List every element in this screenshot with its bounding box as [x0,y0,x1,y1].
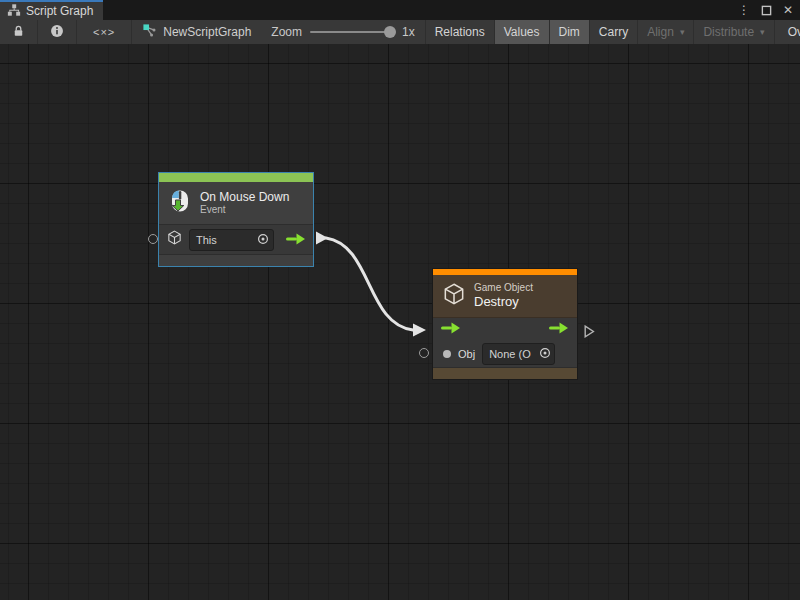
node-footer [433,367,577,379]
node-footer [159,254,313,266]
mouse-down-event-icon [167,188,193,218]
maximize-icon[interactable] [758,2,774,18]
graph-name-breadcrumb[interactable]: NewScriptGraph [132,20,261,44]
info-icon [50,24,64,41]
graph-hierarchy-icon [7,3,21,20]
node-body: This [159,225,313,254]
node-category: Game Object [474,282,533,294]
tab-strip: Script Graph ⋮ ✕ [0,0,800,20]
relations-button[interactable]: Relations [426,20,495,44]
node-subtitle: Event [200,204,289,216]
graph-canvas[interactable]: On Mouse Down Event This [0,44,800,600]
object-picker-icon[interactable] [539,347,551,361]
node-title-block: On Mouse Down Event [200,190,289,216]
code-preview-button[interactable]: <×> [77,20,132,44]
code-preview-icon: <×> [93,26,115,38]
node-body: Obj None (O [433,318,577,367]
node-on-mouse-down[interactable]: On Mouse Down Event This [158,172,314,267]
connection-end-arrow [413,324,426,337]
overview-button[interactable]: Overview [779,20,800,44]
tab-title: Script Graph [26,4,93,18]
script-graph-asset-icon [142,23,157,41]
script-graph-window: Script Graph ⋮ ✕ [0,0,800,600]
lock-icon [12,24,25,41]
chevron-down-icon: ▾ [680,27,685,37]
info-button[interactable] [38,20,77,44]
destroy-trigger-out-connector[interactable] [584,324,595,342]
chevron-down-icon: ▾ [760,27,765,37]
lock-button[interactable] [0,20,38,44]
close-icon[interactable]: ✕ [780,2,796,18]
target-object-field[interactable]: This [189,229,274,251]
target-object-value: This [196,234,217,246]
trigger-output-port[interactable] [286,231,306,249]
values-button[interactable]: Values [495,20,550,44]
trigger-output-port[interactable] [549,320,569,338]
graph-name-label: NewScriptGraph [163,25,251,39]
connection-layer [0,44,800,600]
window-menu-icon[interactable]: ⋮ [736,2,752,18]
destroy-obj-input-port[interactable] [419,348,429,358]
node-title: Destroy [474,294,533,310]
on-mouse-down-target-input-port[interactable] [148,234,158,244]
node-accent-bar [159,173,313,182]
tab-script-graph[interactable]: Script Graph [0,0,103,20]
graph-toolbar: <×> NewScriptGraph Zoom 1x Relations Val… [0,20,800,45]
align-button[interactable]: Align ▾ [638,20,694,44]
game-object-cube-icon [166,229,183,250]
zoom-value: 1x [402,25,415,39]
node-header: Game Object Destroy [433,275,577,318]
node-title-block: Game Object Destroy [474,282,533,310]
carry-button[interactable]: Carry [590,20,638,44]
value-port-dot[interactable] [443,350,451,358]
game-object-cube-icon [441,281,467,311]
trigger-input-port[interactable] [441,320,461,338]
obj-object-field[interactable]: None (O [482,343,555,365]
distribute-button[interactable]: Distribute ▾ [694,20,774,44]
obj-input-label: Obj [458,348,475,360]
zoom-label: Zoom [271,25,302,39]
zoom-slider-handle[interactable] [384,26,396,38]
connection-start-arrow [316,232,328,245]
zoom-slider[interactable] [310,31,394,33]
zoom-control: Zoom 1x [261,20,425,44]
node-header: On Mouse Down Event [159,182,313,225]
window-controls: ⋮ ✕ [736,0,796,20]
connection-wire [326,238,413,330]
object-picker-icon[interactable] [257,233,269,247]
node-destroy[interactable]: Game Object Destroy Obj No [432,268,578,380]
node-title: On Mouse Down [200,190,289,204]
dim-button[interactable]: Dim [550,20,590,44]
obj-object-value: None (O [489,348,531,360]
